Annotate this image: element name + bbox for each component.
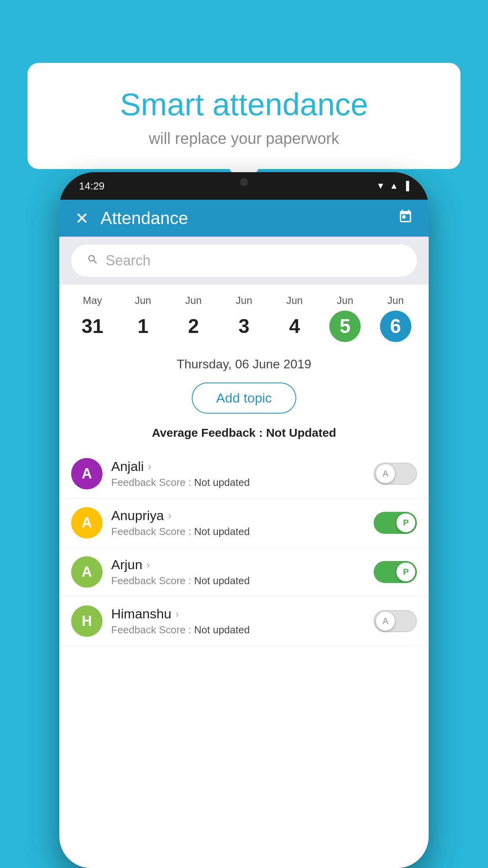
avatar: A bbox=[71, 458, 103, 489]
student-item[interactable]: AArjun ›Feedback Score : Not updatedP bbox=[59, 548, 429, 597]
calendar-day[interactable]: May31 bbox=[67, 294, 118, 342]
calendar-icon[interactable] bbox=[398, 209, 413, 228]
student-info: Anjali ›Feedback Score : Not updated bbox=[111, 459, 365, 489]
toggle-container[interactable]: A bbox=[374, 463, 417, 485]
student-name: Anjali › bbox=[111, 459, 365, 474]
student-info: Arjun ›Feedback Score : Not updated bbox=[111, 557, 365, 587]
calendar-day[interactable]: Jun5 bbox=[320, 294, 371, 342]
chevron-icon: › bbox=[175, 608, 179, 620]
toggle-container[interactable]: A bbox=[374, 610, 417, 632]
phone: 14:29 ▼ ▲ ▐ ✕ Attendance bbox=[59, 172, 429, 868]
speech-bubble-title: Smart attendance bbox=[47, 86, 441, 123]
student-info: Anupriya ›Feedback Score : Not updated bbox=[111, 508, 365, 538]
cal-month-label: Jun bbox=[370, 294, 421, 307]
toggle-knob: A bbox=[376, 612, 395, 631]
student-item[interactable]: HHimanshu ›Feedback Score : Not updatedA bbox=[59, 597, 429, 646]
status-time: 14:29 bbox=[79, 180, 105, 192]
feedback-score: Feedback Score : Not updated bbox=[111, 476, 365, 489]
speech-bubble-subtitle: will replace your paperwork bbox=[47, 130, 441, 147]
calendar-day[interactable]: Jun1 bbox=[118, 294, 169, 342]
battery-icon: ▐ bbox=[403, 181, 409, 191]
cal-date-number: 4 bbox=[279, 311, 310, 342]
cal-date-number: 31 bbox=[77, 311, 108, 342]
avg-feedback-value: Not Updated bbox=[266, 426, 336, 439]
notch bbox=[220, 172, 268, 192]
student-name: Anupriya › bbox=[111, 508, 365, 523]
chevron-icon: › bbox=[168, 509, 171, 522]
phone-wrapper: 14:29 ▼ ▲ ▐ ✕ Attendance bbox=[59, 172, 429, 868]
close-button[interactable]: ✕ bbox=[75, 209, 89, 228]
student-item[interactable]: AAnupriya ›Feedback Score : Not updatedP bbox=[59, 498, 429, 548]
speech-bubble-container: Smart attendance will replace your paper… bbox=[28, 63, 460, 169]
phone-screen: ✕ Attendance Search bbox=[59, 200, 429, 868]
header-title: Attendance bbox=[101, 208, 188, 228]
search-icon bbox=[87, 252, 99, 269]
status-icons: ▼ ▲ ▐ bbox=[376, 181, 409, 191]
toggle-knob: P bbox=[396, 513, 415, 532]
student-name: Arjun › bbox=[111, 557, 365, 572]
student-item[interactable]: AAnjali ›Feedback Score : Not updatedA bbox=[59, 449, 429, 498]
toggle-knob: A bbox=[376, 464, 395, 483]
attendance-toggle[interactable]: P bbox=[374, 512, 417, 534]
camera bbox=[240, 178, 248, 186]
cal-date-number: 6 bbox=[380, 311, 411, 342]
cal-month-label: Jun bbox=[118, 294, 169, 307]
cal-month-label: Jun bbox=[168, 294, 219, 307]
selected-date-label: Thursday, 06 June 2019 bbox=[59, 346, 429, 379]
wifi-icon: ▼ bbox=[376, 181, 385, 191]
search-placeholder: Search bbox=[106, 252, 150, 269]
signal-icon: ▲ bbox=[390, 181, 398, 191]
attendance-toggle[interactable]: A bbox=[374, 463, 417, 485]
avatar: A bbox=[71, 507, 103, 539]
student-name: Himanshu › bbox=[111, 606, 365, 622]
app-header: ✕ Attendance bbox=[59, 200, 429, 237]
status-bar: 14:29 ▼ ▲ ▐ bbox=[59, 172, 429, 200]
speech-bubble: Smart attendance will replace your paper… bbox=[28, 63, 460, 169]
search-container: Search bbox=[59, 237, 429, 285]
student-info: Himanshu ›Feedback Score : Not updated bbox=[111, 606, 365, 636]
add-topic-button[interactable]: Add topic bbox=[192, 383, 296, 414]
attendance-toggle[interactable]: A bbox=[374, 610, 417, 632]
calendar-day[interactable]: Jun4 bbox=[269, 294, 320, 342]
avg-feedback-label: Average Feedback : bbox=[152, 426, 262, 439]
cal-date-number: 3 bbox=[228, 311, 260, 342]
toggle-container[interactable]: P bbox=[374, 561, 417, 583]
calendar-day[interactable]: Jun2 bbox=[168, 294, 219, 342]
avg-feedback: Average Feedback : Not Updated bbox=[59, 422, 429, 449]
feedback-score: Feedback Score : Not updated bbox=[111, 575, 365, 587]
cal-month-label: Jun bbox=[219, 294, 270, 307]
avatar: H bbox=[71, 605, 103, 637]
student-list: AAnjali ›Feedback Score : Not updatedAAA… bbox=[59, 449, 429, 646]
chevron-icon: › bbox=[146, 559, 150, 571]
cal-date-number: 2 bbox=[178, 311, 209, 342]
add-topic-container: Add topic bbox=[59, 379, 429, 422]
cal-month-label: Jun bbox=[269, 294, 320, 307]
cal-date-number: 5 bbox=[329, 311, 361, 342]
cal-month-label: Jun bbox=[320, 294, 371, 307]
feedback-score: Feedback Score : Not updated bbox=[111, 624, 365, 636]
attendance-toggle[interactable]: P bbox=[374, 561, 417, 583]
cal-month-label: May bbox=[67, 294, 118, 307]
feedback-score: Feedback Score : Not updated bbox=[111, 526, 365, 538]
chevron-icon: › bbox=[148, 460, 151, 473]
avatar: A bbox=[71, 556, 103, 588]
cal-date-number: 1 bbox=[127, 311, 159, 342]
toggle-knob: P bbox=[396, 563, 415, 581]
header-left: ✕ Attendance bbox=[75, 208, 188, 228]
calendar-day[interactable]: Jun6 bbox=[370, 294, 421, 342]
calendar-day[interactable]: Jun3 bbox=[219, 294, 270, 342]
toggle-container[interactable]: P bbox=[374, 512, 417, 534]
search-bar[interactable]: Search bbox=[71, 245, 417, 277]
calendar-strip: May31Jun1Jun2Jun3Jun4Jun5Jun6 bbox=[59, 285, 429, 346]
